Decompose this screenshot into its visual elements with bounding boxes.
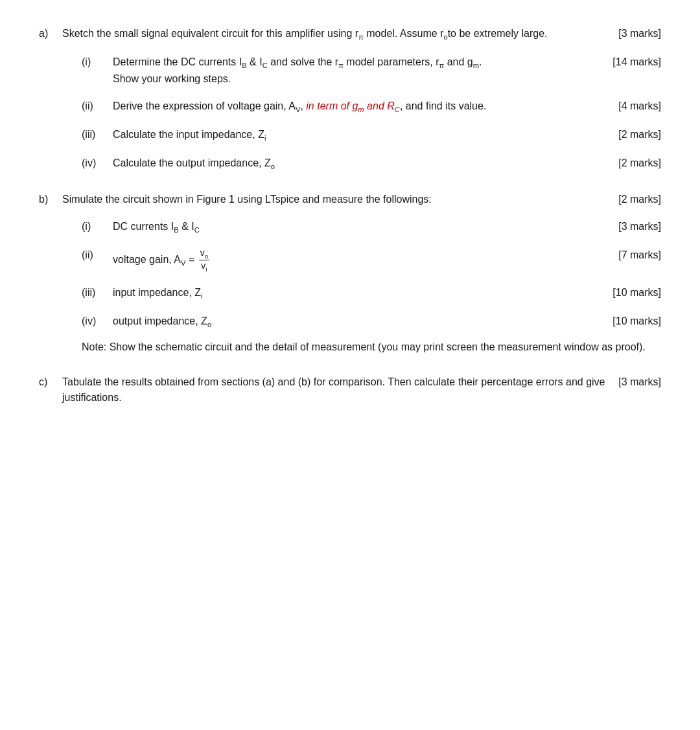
section-a-i: (i) Determine the DC currents IB & IC an…: [82, 54, 661, 87]
section-b-marks: [2 marks]: [618, 192, 661, 207]
section-b-iv-content: output impedance, Zo [10 marks]: [113, 314, 661, 330]
section-a-i-content: Determine the DC currents IB & IC and so…: [113, 54, 661, 87]
sub-pi-3: π: [439, 62, 445, 69]
section-b-iii-label: (iii): [82, 285, 113, 301]
section-b-iv-marks: [10 marks]: [612, 314, 661, 329]
section-b-i: (i) DC currents IB & IC [3 marks]: [82, 219, 661, 236]
sub-C-2: C: [194, 226, 200, 234]
section-b-iii-text: input impedance, Zi: [113, 285, 600, 302]
sub-o-1: o: [271, 163, 275, 170]
section-c: c) Tabulate the results obtained from se…: [39, 374, 661, 405]
section-b-ii-label: (ii): [82, 247, 113, 263]
section-a-iii-label: (iii): [82, 127, 113, 143]
sub-ro-1: o: [443, 33, 447, 41]
sub-V-1: V: [296, 106, 300, 113]
section-a-ii-marks: [4 marks]: [618, 98, 661, 114]
section-b-ii: (ii) voltage gain, AV = vo vi [7 marks]: [82, 247, 661, 273]
section-a-ii-content: Derive the expression of voltage gain, A…: [113, 98, 661, 115]
sub-gm-2: m: [358, 106, 364, 113]
section-b-i-header: DC currents IB & IC [3 marks]: [113, 219, 661, 236]
section-b-i-text: DC currents IB & IC: [113, 219, 605, 236]
section-b-content: Simulate the circuit shown in Figure 1 u…: [62, 192, 661, 355]
section-a-ii-text: Derive the expression of voltage gain, A…: [113, 98, 605, 115]
section-a-iii-header: Calculate the input impedance, Zi [2 mar…: [113, 127, 661, 144]
section-b-iv-text: output impedance, Zo: [113, 314, 600, 330]
section-c-text: Tabulate the results obtained from secti…: [62, 374, 605, 405]
sub-C-1: C: [262, 62, 268, 69]
section-a-header-text: Sketch the small signal equivalent circu…: [62, 26, 605, 43]
section-b-iv: (iv) output impedance, Zo [10 marks]: [82, 314, 661, 330]
section-a: a) Sketch the small signal equivalent ci…: [39, 26, 661, 172]
section-b-iii-content: input impedance, Zi [10 marks]: [113, 285, 661, 302]
section-a-iii-content: Calculate the input impedance, Zi [2 mar…: [113, 127, 661, 144]
section-b-iv-label: (iv): [82, 314, 113, 329]
section-a-iv-text: Calculate the output impedance, Zo: [113, 155, 605, 172]
section-c-marks: [3 marks]: [618, 374, 661, 390]
sub-i-1: i: [264, 134, 266, 142]
sub-B-1: B: [242, 62, 246, 69]
sub-i-2: i: [201, 292, 203, 300]
section-b-ii-content: voltage gain, AV = vo vi [7 marks]: [113, 247, 661, 273]
section-a-iii-marks: [2 marks]: [618, 127, 661, 143]
section-a-marks: [3 marks]: [618, 26, 661, 41]
section-a-iii: (iii) Calculate the input impedance, Zi …: [82, 127, 661, 144]
section-b-iv-header: output impedance, Zo [10 marks]: [113, 314, 661, 330]
section-a-i-header: Determine the DC currents IB & IC and so…: [113, 54, 661, 87]
section-b: b) Simulate the circuit shown in Figure …: [39, 192, 661, 355]
section-b-i-label: (i): [82, 219, 113, 234]
section-a-ii-header: Derive the expression of voltage gain, A…: [113, 98, 661, 115]
section-a-iv-content: Calculate the output impedance, Zo [2 ma…: [113, 155, 661, 172]
section-b-note: Note: Show the schematic circuit and the…: [82, 339, 661, 355]
fraction-numerator: vo: [199, 247, 209, 261]
sub-pi-2: π: [338, 62, 344, 69]
highlight-red-1: in term of gm and RC: [306, 100, 400, 111]
section-b-header: Simulate the circuit shown in Figure 1 u…: [62, 192, 661, 207]
section-c-label: c): [39, 374, 62, 390]
sub-i-frac: i: [205, 266, 207, 273]
section-a-i-label: (i): [82, 54, 113, 70]
section-b-i-content: DC currents IB & IC [3 marks]: [113, 219, 661, 236]
sub-o-2: o: [207, 321, 211, 328]
section-a-iii-text: Calculate the input impedance, Zi: [113, 127, 605, 144]
section-b-ii-header: voltage gain, AV = vo vi [7 marks]: [113, 247, 661, 273]
section-a-iv-label: (iv): [82, 155, 113, 171]
sub-pi-1: π: [358, 33, 364, 41]
section-a-iv: (iv) Calculate the output impedance, Zo …: [82, 155, 661, 172]
sub-RC-1: C: [395, 106, 400, 113]
section-b-i-marks: [3 marks]: [618, 219, 661, 234]
section-c-header: Tabulate the results obtained from secti…: [62, 374, 661, 405]
section-a-header: Sketch the small signal equivalent circu…: [62, 26, 661, 43]
section-b-iii-marks: [10 marks]: [612, 285, 661, 301]
section-b-header-text: Simulate the circuit shown in Figure 1 u…: [62, 192, 605, 207]
section-a-label: a): [39, 26, 62, 41]
section-b-ii-text: voltage gain, AV = vo vi: [113, 247, 605, 273]
section-b-ii-marks: [7 marks]: [618, 247, 661, 263]
section-a-iv-marks: [2 marks]: [618, 155, 661, 171]
section-b-iii: (iii) input impedance, Zi [10 marks]: [82, 285, 661, 302]
section-c-content: Tabulate the results obtained from secti…: [62, 374, 661, 405]
sub-o-frac: o: [205, 253, 208, 260]
sub-B-2: B: [174, 226, 178, 234]
sub-V-2: V: [181, 259, 185, 267]
fraction-vo-vi: vo vi: [199, 247, 209, 273]
section-a-iv-header: Calculate the output impedance, Zo [2 ma…: [113, 155, 661, 172]
sub-m-1: m: [473, 62, 479, 69]
section-a-ii: (ii) Derive the expression of voltage ga…: [82, 98, 661, 115]
section-b-label: b): [39, 192, 62, 207]
section-a-i-marks: [14 marks]: [612, 54, 661, 70]
fraction-denominator: vi: [200, 260, 208, 273]
section-a-ii-label: (ii): [82, 98, 113, 114]
section-a-i-text: Determine the DC currents IB & IC and so…: [113, 54, 600, 87]
section-a-content: Sketch the small signal equivalent circu…: [62, 26, 661, 172]
section-b-iii-header: input impedance, Zi [10 marks]: [113, 285, 661, 302]
